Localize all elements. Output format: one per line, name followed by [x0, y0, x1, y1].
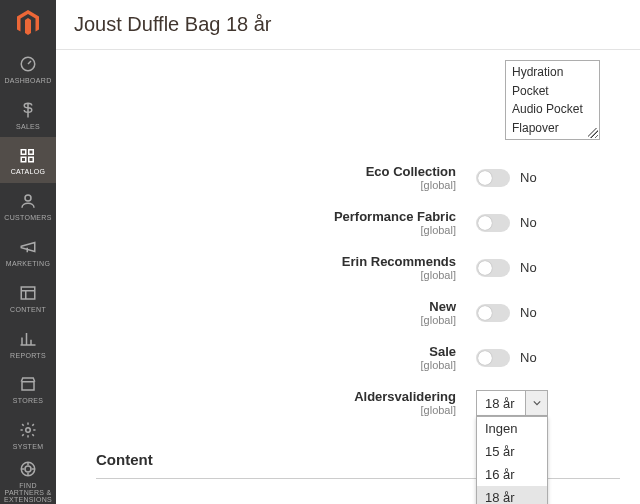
- sidebar-item-label: SYSTEM: [13, 443, 44, 450]
- field-label: Aldersvalidering: [354, 389, 456, 404]
- svg-rect-3: [21, 158, 26, 163]
- svg-point-5: [25, 195, 31, 201]
- field-label: Erin Recommends: [342, 254, 456, 269]
- megaphone-icon: [18, 237, 38, 257]
- dashboard-icon: [18, 54, 38, 74]
- catalog-icon: [18, 145, 38, 165]
- field-scope: [global]: [96, 179, 456, 191]
- svg-point-9: [25, 466, 31, 472]
- feature-option[interactable]: Flapover: [512, 119, 593, 138]
- sidebar-item-label: FIND PARTNERS & EXTENSIONS: [0, 482, 56, 503]
- svg-rect-1: [21, 150, 26, 155]
- dollar-icon: [18, 100, 38, 120]
- age-option[interactable]: 16 år: [477, 463, 547, 486]
- page-title: Joust Duffle Bag 18 år: [74, 13, 272, 36]
- sidebar-item-label: STORES: [13, 397, 43, 404]
- admin-sidebar: DASHBOARD SALES CATALOG CUSTOMERS MARKET…: [0, 0, 56, 504]
- feature-option[interactable]: Waterproof: [512, 137, 593, 140]
- svg-rect-4: [29, 158, 34, 163]
- field-label: Sale: [429, 344, 456, 359]
- field-label: New: [429, 299, 456, 314]
- age-select-value[interactable]: 18 år: [476, 390, 526, 416]
- feature-option[interactable]: Hydration Pocket: [512, 63, 593, 100]
- age-select[interactable]: 18 år Ingen 15 år 16 år 18 år 21 år: [476, 390, 548, 416]
- toggle-value: No: [520, 305, 537, 320]
- sidebar-item-reports[interactable]: REPORTS: [0, 321, 56, 367]
- svg-point-7: [26, 428, 31, 433]
- page-header: Joust Duffle Bag 18 år: [56, 0, 640, 50]
- sidebar-item-catalog[interactable]: CATALOG: [0, 137, 56, 183]
- toggle-value: No: [520, 350, 537, 365]
- features-multiselect[interactable]: Hydration Pocket Audio Pocket Flapover W…: [505, 60, 600, 140]
- toggle-value: No: [520, 215, 537, 230]
- partners-icon: [18, 459, 38, 479]
- toggle-erin-recommends[interactable]: [476, 259, 510, 277]
- sidebar-item-content[interactable]: CONTENT: [0, 275, 56, 321]
- age-option[interactable]: 15 år: [477, 440, 547, 463]
- row-new: New [global] No: [96, 299, 620, 326]
- row-eco-collection: Eco Collection [global] No: [96, 164, 620, 191]
- svg-rect-2: [29, 150, 34, 155]
- row-sale: Sale [global] No: [96, 344, 620, 371]
- row-aldersvalidering: Aldersvalidering [global] 18 år Ingen 15…: [96, 389, 620, 416]
- sidebar-item-label: CATALOG: [11, 168, 46, 175]
- toggle-value: No: [520, 260, 537, 275]
- magento-logo[interactable]: [0, 0, 56, 46]
- field-label: Eco Collection: [366, 164, 456, 179]
- gear-icon: [18, 420, 38, 440]
- toggle-eco-collection[interactable]: [476, 169, 510, 187]
- feature-option[interactable]: Audio Pocket: [512, 100, 593, 119]
- field-scope: [global]: [96, 404, 456, 416]
- sidebar-item-dashboard[interactable]: DASHBOARD: [0, 46, 56, 92]
- svg-rect-6: [21, 287, 35, 299]
- toggle-new[interactable]: [476, 304, 510, 322]
- sidebar-item-partners[interactable]: FIND PARTNERS & EXTENSIONS: [0, 458, 56, 504]
- sidebar-item-label: CUSTOMERS: [4, 214, 51, 221]
- age-select-dropdown: Ingen 15 år 16 år 18 år 21 år: [476, 416, 548, 504]
- age-option[interactable]: 18 år: [477, 486, 547, 504]
- sidebar-item-stores[interactable]: STORES: [0, 367, 56, 413]
- age-option[interactable]: Ingen: [477, 417, 547, 440]
- sidebar-item-label: MARKETING: [6, 260, 50, 267]
- sidebar-item-label: REPORTS: [10, 352, 46, 359]
- customers-icon: [18, 191, 38, 211]
- sidebar-item-label: SALES: [16, 123, 40, 130]
- sidebar-item-customers[interactable]: CUSTOMERS: [0, 183, 56, 229]
- sidebar-item-label: DASHBOARD: [4, 77, 51, 84]
- stores-icon: [18, 374, 38, 394]
- sidebar-item-label: CONTENT: [10, 306, 46, 313]
- chevron-down-icon: [533, 399, 541, 407]
- row-performance-fabric: Performance Fabric [global] No: [96, 209, 620, 236]
- sidebar-item-system[interactable]: SYSTEM: [0, 412, 56, 458]
- toggle-sale[interactable]: [476, 349, 510, 367]
- age-select-toggle[interactable]: [526, 390, 548, 416]
- content-icon: [18, 283, 38, 303]
- toggle-performance-fabric[interactable]: [476, 214, 510, 232]
- magento-logo-icon: [17, 10, 39, 36]
- field-scope: [global]: [96, 314, 456, 326]
- sidebar-item-marketing[interactable]: MARKETING: [0, 229, 56, 275]
- field-scope: [global]: [96, 269, 456, 281]
- toggle-value: No: [520, 170, 537, 185]
- field-label: Performance Fabric: [334, 209, 456, 224]
- field-scope: [global]: [96, 359, 456, 371]
- sidebar-item-sales[interactable]: SALES: [0, 92, 56, 138]
- row-erin-recommends: Erin Recommends [global] No: [96, 254, 620, 281]
- reports-icon: [18, 329, 38, 349]
- field-scope: [global]: [96, 224, 456, 236]
